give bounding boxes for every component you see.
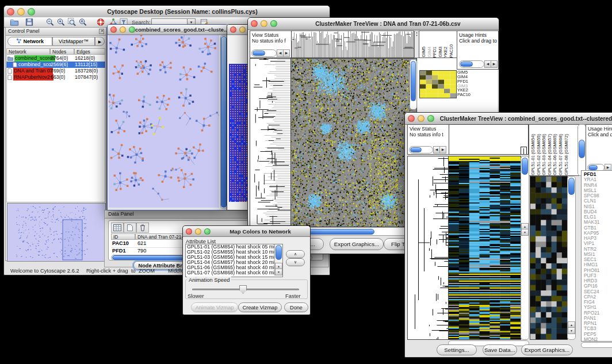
column-labels: GIM5GIM4PFD1GIM3YKE2PAC10 — [419, 30, 458, 58]
network-view-titlebar[interactable]: combined_scores_good.txt--cluste... — [108, 25, 227, 35]
network-row-dna-tran[interactable]: DNA and Tran 07 769(0) 183728(0) — [6, 68, 105, 74]
zoom-window-icon[interactable] — [28, 8, 35, 16]
view-status-hscrollbar[interactable] — [251, 49, 277, 57]
scroll-down-icon[interactable]: ▼ — [275, 269, 282, 275]
row-dendrogram-canvas[interactable] — [407, 156, 449, 340]
zoom-in-icon[interactable] — [56, 18, 66, 26]
heatmap-canvas[interactable] — [290, 58, 417, 227]
column-header-network[interactable]: Network — [6, 48, 50, 55]
close-icon[interactable] — [251, 20, 258, 27]
adjacency-grid-canvas[interactable] — [229, 64, 250, 202]
delete-attribute-button[interactable] — [136, 223, 149, 233]
settings-button[interactable]: Settings... — [437, 344, 477, 355]
attribute-list-vscrollbar[interactable]: ▲ ▼ — [274, 244, 282, 275]
animate-vizmap-button[interactable]: Animate Vizmap — [191, 302, 238, 312]
new-attribute-button[interactable] — [124, 223, 136, 233]
minimize-icon[interactable] — [418, 115, 424, 122]
minimize-icon[interactable] — [239, 26, 246, 33]
vscroll-thumb[interactable] — [568, 178, 575, 195]
close-icon[interactable] — [7, 8, 14, 16]
view-status-hscrollbar[interactable] — [409, 146, 433, 154]
heatmap-vscrollbar[interactable]: ▲ ▼ — [521, 156, 529, 340]
network-overview-canvas[interactable] — [7, 203, 106, 262]
vscroll-thumb[interactable] — [579, 140, 585, 158]
zoom-window-icon[interactable] — [204, 228, 211, 235]
dialog-titlebar[interactable]: Map Colors to Network — [183, 226, 310, 237]
vscroll-thumb[interactable] — [221, 36, 227, 208]
network-canvas[interactable] — [109, 35, 219, 208]
gene-label[interactable]: MON2 — [584, 337, 612, 342]
scroll-right-icon[interactable]: ▶ — [491, 60, 498, 68]
close-icon[interactable] — [110, 26, 117, 33]
minimize-icon[interactable] — [195, 228, 201, 235]
column-label: GIM4 — [427, 47, 433, 58]
move-up-button[interactable]: ∧ — [286, 250, 305, 258]
heatmap-canvas[interactable] — [448, 156, 521, 340]
export-graphics-button[interactable]: Export Graphics... — [521, 344, 573, 355]
hscroll-thumb[interactable] — [588, 165, 598, 170]
network-view-window: combined_scores_good.txt--cluste... — [107, 24, 228, 210]
heatmap-vscrollbar[interactable] — [410, 59, 417, 110]
help-lifesaver-icon[interactable] — [96, 18, 105, 26]
zoom-window-icon[interactable] — [129, 26, 135, 33]
open-session-icon[interactable] — [10, 18, 19, 26]
network-row-combined-sco-selected[interactable]: combined_sco 2569(6) 13112(15) — [6, 62, 105, 68]
usage-hints-hscrollbar[interactable] — [459, 60, 484, 68]
close-icon[interactable] — [408, 115, 415, 122]
column-label: PFD1 — [432, 47, 438, 58]
cluster-zoom-heatmap-canvas[interactable] — [530, 176, 568, 340]
create-vizmap-button[interactable]: Create Vizmap — [238, 302, 282, 312]
network-name: combined_sco — [18, 62, 51, 68]
column-labels-vscrollbar[interactable] — [577, 124, 586, 176]
save-data-button[interactable]: Save Data... — [483, 344, 517, 355]
network-row-combined-scores[interactable]: combined_scores 2764(0) 16218(0) — [6, 55, 105, 62]
scroll-down-icon[interactable]: ▼ — [568, 327, 575, 334]
minimize-icon[interactable] — [261, 20, 267, 27]
control-panel-header: Control Panel — [6, 28, 106, 36]
cluster-zoom-heatmap-canvas[interactable] — [419, 70, 457, 98]
main-titlebar[interactable]: Cytoscape Desktop (Session Name: collins… — [4, 6, 330, 18]
hscroll-thumb[interactable] — [460, 62, 473, 67]
gene-list-hscrollbar[interactable] — [581, 342, 612, 348]
select-attributes-button[interactable] — [111, 223, 124, 233]
view-status-info: No status info t — [410, 132, 443, 137]
zoom-out-icon[interactable] — [45, 18, 55, 26]
network-tree-icon — [16, 38, 22, 44]
hscroll-thumb[interactable] — [410, 147, 422, 152]
column-header-edges[interactable]: Edges — [74, 48, 105, 55]
minimize-icon[interactable] — [17, 8, 25, 16]
vscroll-thumb[interactable] — [522, 158, 528, 175]
vscroll-thumb[interactable] — [276, 245, 282, 260]
column-dendrogram-canvas[interactable] — [449, 124, 529, 155]
float-panel-icon[interactable] — [99, 29, 104, 34]
zoom-vscrollbar[interactable]: ▲ ▼ — [567, 176, 576, 340]
move-down-button[interactable]: ∨ — [286, 258, 305, 266]
attribute-item[interactable]: GPL51-07 (GSM868) heat shock 60 min — [186, 270, 282, 275]
zoom-window-icon[interactable] — [427, 115, 434, 122]
column-dendrogram-canvas[interactable] — [291, 30, 414, 58]
data-column-id[interactable]: ID — [111, 233, 135, 240]
zoom-fit-content-icon[interactable] — [78, 18, 87, 26]
treeview-combined-titlebar[interactable]: ClusterMaker TreeView : combined_scores_… — [405, 113, 612, 125]
tab-vizmapper[interactable]: VizMapper™ — [52, 37, 95, 46]
tab-network[interactable]: Network — [7, 37, 52, 46]
treeview-dna-titlebar[interactable]: ClusterMaker TreeView : DNA and Tran 07-… — [248, 18, 499, 30]
network-row-rnapuber[interactable]: RNAPuberNov2+ 563(0) 107847(0) — [6, 74, 105, 81]
hscroll-thumb[interactable] — [253, 51, 265, 56]
export-graphics-button[interactable]: Export Graphics... — [330, 238, 384, 250]
vscroll-thumb[interactable] — [411, 61, 416, 101]
column-header-nodes[interactable]: Nodes — [50, 48, 74, 55]
scroll-down-icon[interactable]: ▼ — [521, 229, 529, 236]
scroll-right-icon[interactable]: ▶ — [439, 146, 446, 154]
save-session-icon[interactable] — [25, 18, 34, 26]
row-dendrogram-canvas[interactable] — [250, 58, 291, 227]
close-icon[interactable] — [230, 26, 236, 33]
zoom-selected-region-icon[interactable] — [67, 18, 76, 26]
scroll-right-icon[interactable]: ▶ — [283, 49, 290, 57]
minimize-icon[interactable] — [120, 26, 126, 33]
tab-overflow-icon[interactable]: ▶ — [95, 37, 105, 46]
done-button[interactable]: Done — [284, 302, 308, 312]
zoom-window-icon[interactable] — [270, 20, 277, 27]
attribute-listbox[interactable]: GPL51-01 (GSM854) heat shock 05 minGPL51… — [185, 244, 283, 277]
close-icon[interactable] — [186, 228, 192, 235]
